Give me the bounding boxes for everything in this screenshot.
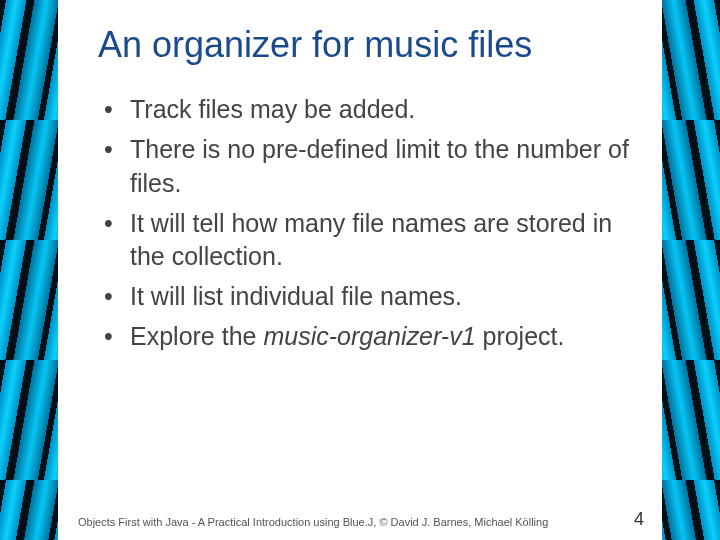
- slide-content: An organizer for music files Track files…: [58, 0, 662, 540]
- bullet-text: It will list individual file names.: [130, 282, 462, 310]
- list-item: It will tell how many file names are sto…: [102, 207, 634, 275]
- list-item: It will list individual file names.: [102, 280, 634, 314]
- bullet-list: Track files may be added. There is no pr…: [102, 93, 634, 353]
- bullet-text-suffix: project.: [476, 322, 565, 350]
- slide: An organizer for music files Track files…: [0, 0, 720, 540]
- bullet-text: It will tell how many file names are sto…: [130, 209, 612, 271]
- list-item: Explore the music-organizer-v1 project.: [102, 320, 634, 354]
- list-item: Track files may be added.: [102, 93, 634, 127]
- bullet-text: There is no pre-defined limit to the num…: [130, 135, 629, 197]
- list-item: There is no pre-defined limit to the num…: [102, 133, 634, 201]
- bullet-text: Track files may be added.: [130, 95, 415, 123]
- slide-title: An organizer for music files: [98, 24, 638, 65]
- background-strip-left: [0, 0, 58, 540]
- background-strip-right: [662, 0, 720, 540]
- footer-text: Objects First with Java - A Practical In…: [78, 516, 548, 528]
- page-number: 4: [634, 509, 644, 530]
- bullet-text-em: music-organizer-v1: [263, 322, 475, 350]
- bullet-text-prefix: Explore the: [130, 322, 263, 350]
